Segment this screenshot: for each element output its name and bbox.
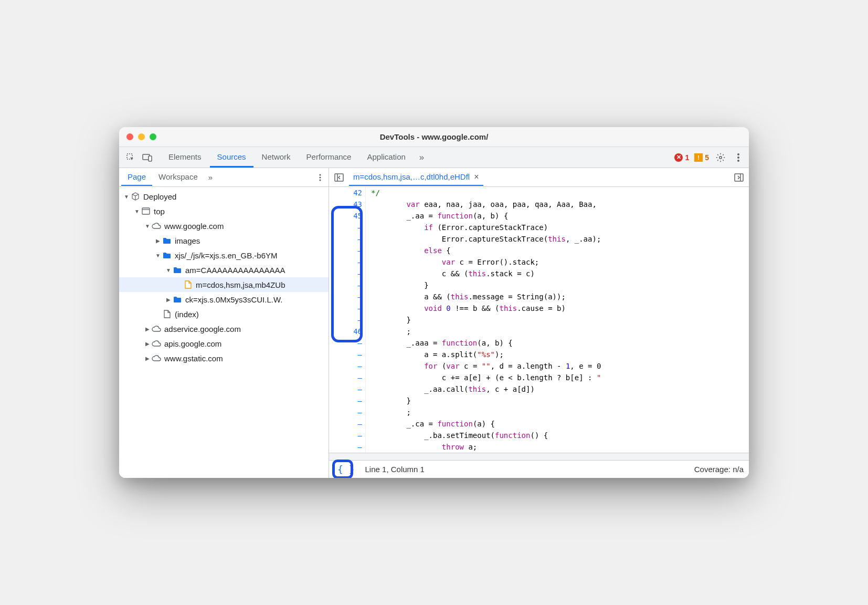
code-line[interactable]: _.ca = function(a) {	[371, 418, 744, 430]
line-number[interactable]: –	[329, 291, 362, 302]
tree-node-label: images	[175, 236, 200, 245]
line-number[interactable]: –	[329, 441, 362, 453]
code-line[interactable]: _.aa = function(a, b) {	[371, 210, 744, 222]
line-number[interactable]: –	[329, 430, 362, 441]
editor-resize-handle[interactable]	[329, 453, 749, 460]
expand-arrow-icon[interactable]: ▶	[144, 356, 151, 361]
code-line[interactable]: */	[371, 187, 744, 199]
line-number[interactable]: 43	[329, 199, 362, 210]
code-line[interactable]: }	[371, 314, 744, 326]
line-number[interactable]: 46	[329, 326, 362, 337]
error-count-badge[interactable]: ✕ 1	[674, 153, 689, 162]
line-number[interactable]: –	[329, 418, 362, 430]
code-line[interactable]: }	[371, 279, 744, 291]
line-number[interactable]: –	[329, 302, 362, 314]
code-line[interactable]: var eaa, naa, jaa, oaa, paa, qaa, Aaa, B…	[371, 199, 744, 210]
code-line[interactable]: }	[371, 395, 744, 406]
expand-arrow-icon[interactable]: ▼	[155, 253, 161, 258]
expand-arrow-icon[interactable]: ▶	[155, 238, 161, 244]
code-line[interactable]: a && (this.message = String(a));	[371, 291, 744, 302]
code-area[interactable]: */ var eaa, naa, jaa, oaa, paa, qaa, Aaa…	[366, 187, 749, 453]
tree-node[interactable]: ▶ adservice.google.com	[119, 321, 329, 336]
code-line[interactable]: if (Error.captureStackTrace)	[371, 222, 744, 233]
line-number[interactable]: –	[329, 279, 362, 291]
inspect-element-icon[interactable]	[123, 150, 138, 165]
more-options-icon[interactable]	[732, 151, 745, 164]
code-line[interactable]: c += a[e] + (e < b.length ? b[e] : "	[371, 372, 744, 383]
code-line[interactable]: ;	[371, 406, 744, 418]
line-number[interactable]: 45	[329, 210, 362, 222]
tree-node[interactable]: ▼ xjs/_/js/k=xjs.s.en_GB.-b6YM	[119, 248, 329, 263]
line-number[interactable]: 42	[329, 187, 362, 199]
editor-tab[interactable]: m=cdos,hsm,jsa,…c,dtl0hd,eHDfl ×	[349, 169, 483, 186]
line-number[interactable]: –	[329, 256, 362, 268]
panel-tab-application[interactable]: Application	[359, 148, 412, 168]
line-number[interactable]: –	[329, 222, 362, 233]
expand-arrow-icon[interactable]: ▶	[144, 341, 151, 347]
code-line[interactable]: _.ba.setTimeout(function() {	[371, 430, 744, 441]
navigator-tab-page[interactable]: Page	[121, 169, 152, 186]
line-number[interactable]: –	[329, 245, 362, 256]
code-line[interactable]: ;	[371, 326, 744, 337]
warning-count-badge[interactable]: ! 5	[694, 153, 709, 162]
svg-point-3	[719, 156, 722, 159]
tree-node[interactable]: ▼ www.google.com	[119, 218, 329, 233]
file-tree[interactable]: ▼ Deployed▼ top▼ www.google.com▶ images▼	[119, 187, 329, 478]
tree-node[interactable]: ▶ www.gstatic.com	[119, 351, 329, 366]
line-number[interactable]: –	[329, 233, 362, 245]
close-window-button[interactable]	[126, 133, 133, 140]
toggle-navigator-icon[interactable]	[332, 172, 346, 183]
tree-node[interactable]: m=cdos,hsm,jsa,mb4ZUb	[119, 277, 329, 292]
code-line[interactable]: for (var c = "", d = a.length - 1, e = 0	[371, 360, 744, 372]
tree-node[interactable]: ▼ top	[119, 204, 329, 218]
code-line[interactable]: Error.captureStackTrace(this, _.aa);	[371, 233, 744, 245]
expand-arrow-icon[interactable]: ▼	[123, 194, 130, 200]
code-line[interactable]: var c = Error().stack;	[371, 256, 744, 268]
line-number[interactable]: –	[329, 372, 362, 383]
code-line[interactable]: _.aaa = function(a, b) {	[371, 337, 744, 349]
close-tab-icon[interactable]: ×	[474, 172, 479, 182]
zoom-window-button[interactable]	[150, 133, 156, 140]
expand-arrow-icon[interactable]: ▶	[144, 326, 151, 332]
panel-tab-sources[interactable]: Sources	[210, 148, 253, 168]
tree-node[interactable]: ▼ Deployed	[119, 189, 329, 204]
line-number[interactable]: –	[329, 360, 362, 372]
expand-arrow-icon[interactable]: ▼	[144, 223, 151, 229]
expand-arrow-icon[interactable]: ▼	[165, 267, 172, 273]
line-number[interactable]: –	[329, 314, 362, 326]
tree-node[interactable]: ▶ ck=xjs.s.0Mx5ys3sCUI.L.W.	[119, 292, 329, 307]
more-navigator-tabs[interactable]: »	[204, 169, 217, 185]
tree-node-label: apis.google.com	[164, 339, 221, 348]
expand-arrow-icon[interactable]: ▶	[165, 297, 172, 302]
editor-body[interactable]: 424345–––––––––46–––––––––– */ var eaa, …	[329, 187, 749, 453]
tree-node[interactable]: ▶ apis.google.com	[119, 336, 329, 351]
tree-node[interactable]: ▼ am=CAAAAAAAAAAAAAAA	[119, 263, 329, 277]
panel-tab-performance[interactable]: Performance	[299, 148, 359, 168]
code-line[interactable]: c && (this.stack = c)	[371, 268, 744, 279]
tree-node[interactable]: ▶ images	[119, 233, 329, 248]
toggle-debugger-icon[interactable]	[732, 172, 746, 183]
line-number[interactable]: –	[329, 349, 362, 360]
tree-node[interactable]: (index)	[119, 307, 329, 321]
minimize-window-button[interactable]	[138, 133, 145, 140]
line-number[interactable]: –	[329, 395, 362, 406]
line-number[interactable]: –	[329, 406, 362, 418]
more-panels-button[interactable]: »	[415, 149, 428, 166]
line-number[interactable]: –	[329, 268, 362, 279]
line-number[interactable]: –	[329, 337, 362, 349]
pretty-print-button[interactable]: { }	[334, 463, 358, 476]
line-gutter[interactable]: 424345–––––––––46––––––––––	[329, 187, 366, 453]
code-line[interactable]: void 0 !== b && (this.cause = b)	[371, 302, 744, 314]
navigator-options-icon[interactable]	[314, 172, 326, 183]
expand-arrow-icon[interactable]: ▼	[134, 208, 140, 214]
code-line[interactable]: else {	[371, 245, 744, 256]
panel-tab-network[interactable]: Network	[255, 148, 298, 168]
settings-gear-icon[interactable]	[714, 151, 727, 164]
code-line[interactable]: a = a.split("%s");	[371, 349, 744, 360]
code-line[interactable]: _.aa.call(this, c + a[d])	[371, 383, 744, 395]
device-toolbar-icon[interactable]	[140, 150, 155, 165]
navigator-tab-workspace[interactable]: Workspace	[152, 169, 204, 186]
line-number[interactable]: –	[329, 383, 362, 395]
panel-tab-elements[interactable]: Elements	[161, 148, 209, 168]
code-line[interactable]: throw a;	[371, 441, 744, 453]
